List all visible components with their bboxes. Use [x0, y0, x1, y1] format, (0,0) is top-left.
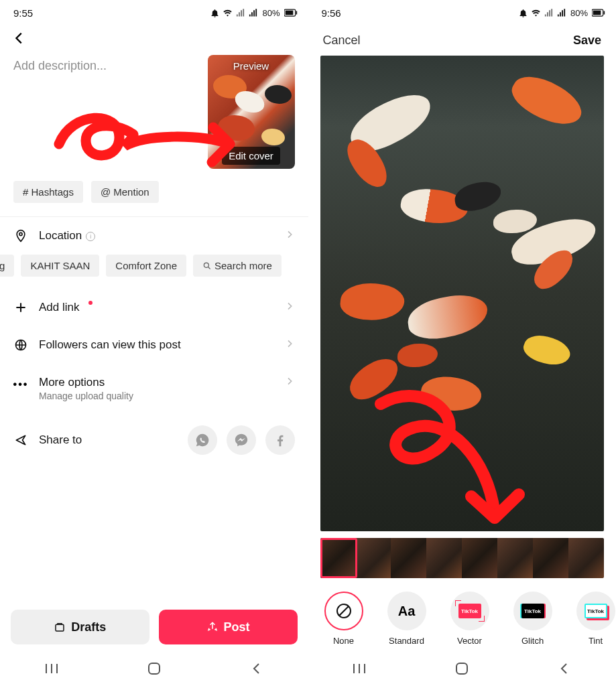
status-time: 9:56	[322, 7, 341, 19]
android-nav	[0, 651, 308, 686]
filter-none[interactable]: None	[319, 592, 369, 646]
battery-icon	[592, 9, 605, 17]
chevron-icon	[284, 229, 295, 243]
svg-rect-2	[296, 11, 297, 15]
filter-label: Vector	[457, 636, 482, 646]
post-button[interactable]: Post	[159, 610, 298, 644]
filter-vector[interactable]: TikTok Vector	[445, 592, 495, 646]
home-button[interactable]	[452, 659, 472, 679]
status-time: 9:55	[13, 7, 33, 19]
battery-icon	[284, 9, 298, 17]
timeline-selector[interactable]	[320, 538, 357, 578]
cancel-button[interactable]: Cancel	[323, 33, 361, 48]
save-button[interactable]: Save	[573, 33, 601, 48]
share-label: Share to	[39, 433, 177, 447]
svg-rect-22	[456, 663, 467, 674]
more-sub: Manage upload quality	[39, 391, 273, 401]
back-row	[0, 21, 308, 55]
svg-rect-1	[285, 11, 293, 15]
post-screen: 9:55 80% Add description... Preview Edit…	[0, 0, 308, 686]
frame-timeline[interactable]	[320, 538, 605, 578]
more-label: More options	[39, 376, 273, 389]
drafts-label: Drafts	[71, 620, 106, 634]
add-link-row[interactable]: Add link	[0, 289, 308, 326]
svg-point-4	[204, 263, 208, 267]
privacy-row[interactable]: Followers can view this post	[0, 326, 308, 364]
post-icon	[206, 621, 219, 633]
filter-tint[interactable]: TikTok Tint	[571, 592, 617, 646]
filter-glitch[interactable]: TikTok Glitch	[508, 592, 558, 646]
loc-chip-1[interactable]: KAHIT SAAN	[21, 255, 99, 277]
thumb-art	[208, 55, 295, 169]
battery-pct: 80%	[570, 8, 588, 18]
cover-preview[interactable]	[320, 56, 605, 531]
drafts-icon	[54, 621, 66, 633]
cover-filters: None Aa Standard TikTok Vector TikTok Gl…	[308, 582, 617, 646]
android-back-button[interactable]	[247, 659, 267, 679]
share-row: Share to	[0, 413, 308, 467]
location-row[interactable]: Locationi	[0, 217, 308, 255]
chevron-icon	[284, 376, 295, 389]
svg-rect-15	[593, 11, 601, 15]
home-button[interactable]	[144, 659, 164, 679]
recent-apps-button[interactable]	[349, 659, 369, 679]
facebook-button[interactable]	[265, 425, 295, 455]
alarm-icon	[518, 8, 528, 18]
svg-point-3	[19, 232, 22, 235]
svg-rect-13	[149, 663, 160, 674]
description-input[interactable]: Add description...	[13, 55, 200, 169]
info-icon: i	[86, 232, 95, 241]
status-bar: 9:55 80%	[0, 0, 308, 21]
wifi-icon	[223, 8, 233, 18]
hashtags-chip[interactable]: # Hashtags	[13, 181, 83, 203]
tiktok-icon: TikTok	[458, 604, 481, 618]
signal2-icon	[556, 8, 566, 18]
loc-chip-search[interactable]: Search more	[193, 255, 282, 277]
svg-rect-16	[604, 11, 605, 15]
loc-chip-0[interactable]: Lang	[0, 255, 14, 277]
filter-label: Tint	[589, 636, 603, 646]
loc-chip-2[interactable]: Comfort Zone	[106, 255, 186, 277]
globe-icon	[13, 338, 28, 352]
whatsapp-icon	[195, 433, 210, 448]
svg-line-5	[208, 267, 210, 269]
svg-line-18	[339, 606, 349, 616]
messenger-icon	[234, 433, 249, 448]
search-icon	[202, 261, 212, 271]
signal2-icon	[248, 8, 258, 18]
filter-label: Standard	[389, 636, 424, 646]
messenger-button[interactable]	[227, 425, 256, 455]
drafts-button[interactable]: Drafts	[11, 610, 149, 644]
whatsapp-button[interactable]	[188, 425, 217, 455]
filter-label: None	[333, 636, 354, 646]
video-thumbnail[interactable]: Preview Edit cover	[208, 55, 295, 169]
mention-chip[interactable]: @ Mention	[91, 181, 159, 203]
more-options-row[interactable]: ••• More options Manage upload quality	[0, 364, 308, 413]
add-link-label: Add link	[39, 301, 273, 314]
android-nav	[308, 651, 617, 686]
signal-icon	[235, 8, 245, 18]
wifi-icon	[531, 8, 541, 18]
location-label: Location	[39, 229, 82, 242]
chevron-icon	[284, 301, 295, 314]
signal-icon	[544, 8, 554, 18]
tiktok-icon: TikTok	[521, 604, 544, 618]
android-back-button[interactable]	[554, 659, 574, 679]
none-icon	[335, 602, 353, 620]
battery-pct: 80%	[262, 8, 280, 18]
new-dot	[88, 301, 93, 305]
back-icon[interactable]	[12, 31, 27, 46]
privacy-label: Followers can view this post	[39, 338, 273, 352]
tiktok-icon: TikTok	[584, 604, 607, 618]
filter-standard[interactable]: Aa Standard	[382, 592, 432, 646]
svg-rect-9	[56, 624, 64, 631]
more-icon: •••	[13, 376, 28, 391]
alarm-icon	[210, 8, 220, 18]
search-more-label: Search more	[214, 260, 272, 271]
recent-apps-button[interactable]	[42, 659, 62, 679]
cover-edit-screen: 9:56 80% Cancel Save	[308, 0, 617, 686]
status-icons: 80%	[518, 8, 605, 18]
status-icons: 80%	[210, 8, 297, 18]
chevron-icon	[284, 338, 295, 352]
plus-icon	[13, 301, 28, 314]
